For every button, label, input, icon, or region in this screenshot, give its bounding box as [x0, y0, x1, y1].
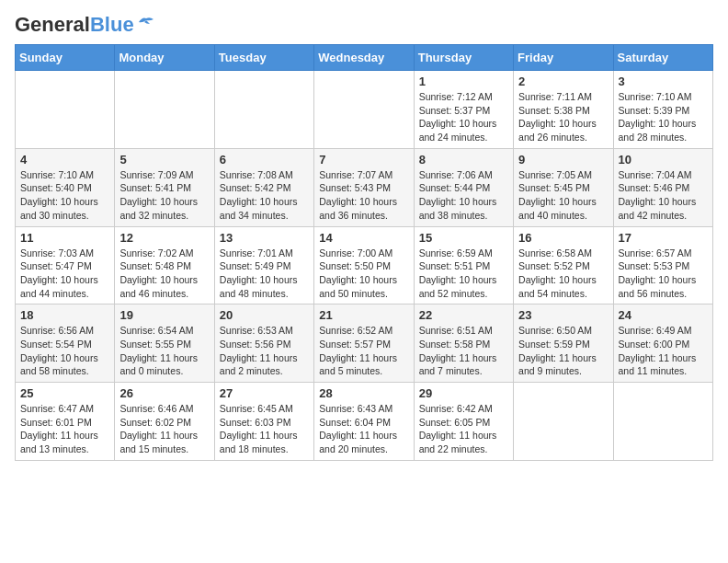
- calendar-week-row: 4Sunrise: 7:10 AMSunset: 5:40 PMDaylight…: [16, 148, 713, 226]
- day-number: 20: [220, 308, 309, 322]
- day-info: Sunrise: 7:11 AMSunset: 5:38 PMDaylight:…: [518, 90, 608, 144]
- day-number: 11: [20, 231, 109, 245]
- day-number: 23: [518, 308, 608, 322]
- day-number: 3: [619, 75, 708, 88]
- day-number: 26: [119, 386, 209, 400]
- day-number: 2: [518, 75, 608, 88]
- weekday-header-monday: Monday: [115, 45, 214, 71]
- day-info: Sunrise: 7:08 AMSunset: 5:42 PMDaylight:…: [220, 168, 309, 223]
- calendar-day-cell: 26Sunrise: 6:46 AMSunset: 6:02 PMDayligh…: [115, 383, 214, 461]
- calendar-day-cell: 8Sunrise: 7:06 AMSunset: 5:44 PMDaylight…: [414, 148, 513, 226]
- day-number: 28: [319, 386, 408, 400]
- calendar-day-cell: 24Sunrise: 6:49 AMSunset: 6:00 PMDayligh…: [613, 304, 712, 383]
- day-number: 13: [220, 231, 309, 245]
- day-number: 1: [419, 75, 508, 88]
- day-number: 7: [319, 153, 408, 167]
- calendar-week-row: 11Sunrise: 7:03 AMSunset: 5:47 PMDayligh…: [16, 226, 713, 304]
- day-info: Sunrise: 6:49 AMSunset: 6:00 PMDaylight:…: [619, 324, 708, 378]
- logo: GeneralBlue: [15, 15, 155, 35]
- day-info: Sunrise: 7:12 AMSunset: 5:37 PMDaylight:…: [419, 90, 508, 144]
- day-info: Sunrise: 6:46 AMSunset: 6:02 PMDaylight:…: [119, 402, 209, 456]
- day-number: 27: [220, 386, 309, 400]
- calendar-day-cell: 18Sunrise: 6:56 AMSunset: 5:54 PMDayligh…: [16, 304, 115, 383]
- day-info: Sunrise: 7:02 AMSunset: 5:48 PMDaylight:…: [119, 247, 209, 301]
- day-info: Sunrise: 6:52 AMSunset: 5:57 PMDaylight:…: [319, 324, 408, 378]
- calendar-day-cell: 4Sunrise: 7:10 AMSunset: 5:40 PMDaylight…: [16, 148, 115, 226]
- day-info: Sunrise: 7:10 AMSunset: 5:40 PMDaylight:…: [20, 168, 109, 223]
- day-info: Sunrise: 6:43 AMSunset: 6:04 PMDaylight:…: [319, 402, 408, 456]
- calendar-day-cell: 14Sunrise: 7:00 AMSunset: 5:50 PMDayligh…: [314, 226, 414, 304]
- day-number: 4: [20, 153, 109, 167]
- day-info: Sunrise: 7:01 AMSunset: 5:49 PMDaylight:…: [220, 247, 309, 301]
- calendar-day-cell: 27Sunrise: 6:45 AMSunset: 6:03 PMDayligh…: [214, 383, 313, 461]
- calendar-header-row: SundayMondayTuesdayWednesdayThursdayFrid…: [16, 45, 713, 71]
- day-info: Sunrise: 6:54 AMSunset: 5:55 PMDaylight:…: [119, 324, 209, 378]
- day-info: Sunrise: 7:10 AMSunset: 5:39 PMDaylight:…: [619, 90, 708, 144]
- day-info: Sunrise: 7:03 AMSunset: 5:47 PMDaylight:…: [20, 247, 109, 301]
- calendar-day-cell: 15Sunrise: 6:59 AMSunset: 5:51 PMDayligh…: [414, 226, 513, 304]
- calendar-day-cell: 29Sunrise: 6:42 AMSunset: 6:05 PMDayligh…: [414, 383, 513, 461]
- calendar-day-cell: 17Sunrise: 6:57 AMSunset: 5:53 PMDayligh…: [613, 226, 712, 304]
- day-info: Sunrise: 7:07 AMSunset: 5:43 PMDaylight:…: [319, 168, 408, 223]
- logo-text: GeneralBlue: [15, 15, 134, 35]
- weekday-header-thursday: Thursday: [414, 45, 513, 71]
- weekday-header-saturday: Saturday: [613, 45, 712, 71]
- calendar-empty-cell: [115, 71, 214, 149]
- day-info: Sunrise: 6:50 AMSunset: 5:59 PMDaylight:…: [518, 324, 608, 378]
- day-number: 10: [619, 153, 708, 167]
- day-info: Sunrise: 7:09 AMSunset: 5:41 PMDaylight:…: [119, 168, 209, 223]
- day-number: 5: [119, 153, 209, 167]
- day-number: 8: [419, 153, 508, 167]
- calendar-empty-cell: [314, 71, 414, 149]
- page-header: GeneralBlue: [15, 15, 713, 35]
- calendar-day-cell: 5Sunrise: 7:09 AMSunset: 5:41 PMDaylight…: [115, 148, 214, 226]
- day-info: Sunrise: 6:59 AMSunset: 5:51 PMDaylight:…: [419, 247, 508, 301]
- calendar-day-cell: 22Sunrise: 6:51 AMSunset: 5:58 PMDayligh…: [414, 304, 513, 383]
- calendar-empty-cell: [613, 383, 712, 461]
- day-number: 24: [619, 308, 708, 322]
- day-info: Sunrise: 6:47 AMSunset: 6:01 PMDaylight:…: [20, 402, 109, 456]
- calendar-table: SundayMondayTuesdayWednesdayThursdayFrid…: [15, 44, 713, 461]
- day-number: 18: [20, 308, 109, 322]
- logo-bird-icon: [137, 15, 155, 29]
- day-number: 29: [419, 386, 508, 400]
- calendar-day-cell: 28Sunrise: 6:43 AMSunset: 6:04 PMDayligh…: [314, 383, 414, 461]
- day-number: 19: [119, 308, 209, 322]
- logo-general: General: [15, 13, 90, 36]
- weekday-header-wednesday: Wednesday: [314, 45, 414, 71]
- day-info: Sunrise: 7:04 AMSunset: 5:46 PMDaylight:…: [619, 168, 708, 223]
- weekday-header-sunday: Sunday: [16, 45, 115, 71]
- day-number: 9: [518, 153, 608, 167]
- calendar-day-cell: 13Sunrise: 7:01 AMSunset: 5:49 PMDayligh…: [214, 226, 313, 304]
- day-info: Sunrise: 7:00 AMSunset: 5:50 PMDaylight:…: [319, 247, 408, 301]
- calendar-empty-cell: [514, 383, 613, 461]
- day-number: 12: [119, 231, 209, 245]
- day-number: 22: [419, 308, 508, 322]
- calendar-day-cell: 10Sunrise: 7:04 AMSunset: 5:46 PMDayligh…: [613, 148, 712, 226]
- weekday-header-friday: Friday: [514, 45, 613, 71]
- logo-blue: Blue: [90, 13, 134, 36]
- calendar-day-cell: 11Sunrise: 7:03 AMSunset: 5:47 PMDayligh…: [16, 226, 115, 304]
- day-number: 17: [619, 231, 708, 245]
- day-number: 15: [419, 231, 508, 245]
- calendar-day-cell: 3Sunrise: 7:10 AMSunset: 5:39 PMDaylight…: [613, 71, 712, 149]
- calendar-day-cell: 21Sunrise: 6:52 AMSunset: 5:57 PMDayligh…: [314, 304, 414, 383]
- day-info: Sunrise: 6:57 AMSunset: 5:53 PMDaylight:…: [619, 247, 708, 301]
- calendar-week-row: 1Sunrise: 7:12 AMSunset: 5:37 PMDaylight…: [16, 71, 713, 149]
- calendar-day-cell: 19Sunrise: 6:54 AMSunset: 5:55 PMDayligh…: [115, 304, 214, 383]
- day-info: Sunrise: 7:06 AMSunset: 5:44 PMDaylight:…: [419, 168, 508, 223]
- day-info: Sunrise: 6:53 AMSunset: 5:56 PMDaylight:…: [220, 324, 309, 378]
- day-info: Sunrise: 6:45 AMSunset: 6:03 PMDaylight:…: [220, 402, 309, 456]
- day-info: Sunrise: 6:58 AMSunset: 5:52 PMDaylight:…: [518, 247, 608, 301]
- day-info: Sunrise: 7:05 AMSunset: 5:45 PMDaylight:…: [518, 168, 608, 223]
- day-number: 14: [319, 231, 408, 245]
- calendar-day-cell: 9Sunrise: 7:05 AMSunset: 5:45 PMDaylight…: [514, 148, 613, 226]
- weekday-header-tuesday: Tuesday: [214, 45, 313, 71]
- calendar-week-row: 18Sunrise: 6:56 AMSunset: 5:54 PMDayligh…: [16, 304, 713, 383]
- calendar-day-cell: 7Sunrise: 7:07 AMSunset: 5:43 PMDaylight…: [314, 148, 414, 226]
- calendar-day-cell: 20Sunrise: 6:53 AMSunset: 5:56 PMDayligh…: [214, 304, 313, 383]
- calendar-day-cell: 2Sunrise: 7:11 AMSunset: 5:38 PMDaylight…: [514, 71, 613, 149]
- day-number: 21: [319, 308, 408, 322]
- calendar-day-cell: 16Sunrise: 6:58 AMSunset: 5:52 PMDayligh…: [514, 226, 613, 304]
- calendar-day-cell: 23Sunrise: 6:50 AMSunset: 5:59 PMDayligh…: [514, 304, 613, 383]
